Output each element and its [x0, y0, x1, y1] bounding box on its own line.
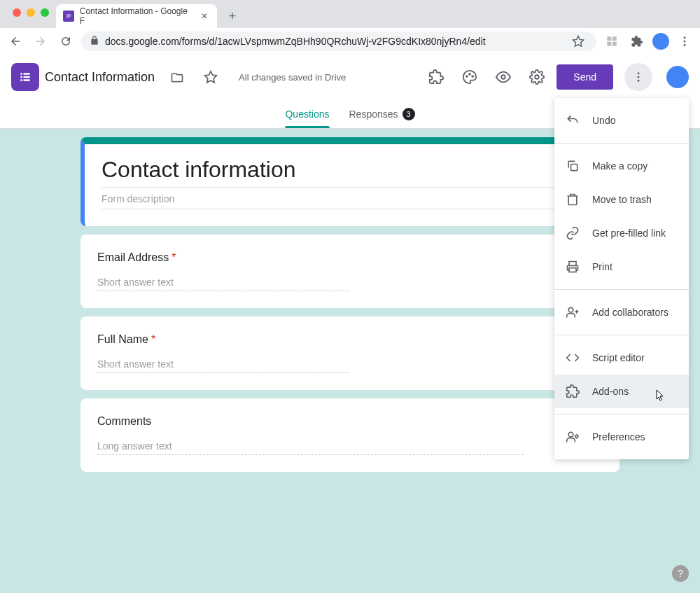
chrome-menu-icon[interactable] — [675, 32, 694, 51]
help-button[interactable]: ? — [672, 565, 689, 582]
required-asterisk: * — [172, 251, 176, 263]
save-status: All changes saved in Drive — [239, 72, 346, 83]
svg-rect-0 — [66, 15, 71, 15]
add-person-icon — [566, 305, 580, 319]
tab-strip: Contact Information - Google F ✕ + — [0, 0, 700, 28]
preferences-icon — [566, 430, 580, 444]
svg-rect-1 — [66, 16, 71, 17]
menu-divider — [554, 414, 689, 414]
question-label[interactable]: Comments — [97, 415, 603, 428]
window-controls — [8, 0, 56, 17]
question-card[interactable]: Comments Long answer text — [80, 398, 620, 472]
tab-responses[interactable]: Responses 3 — [349, 99, 415, 128]
browser-tab[interactable]: Contact Information - Google F ✕ — [56, 4, 217, 28]
svg-rect-11 — [24, 73, 30, 75]
print-icon — [566, 260, 580, 274]
tab-responses-label: Responses — [349, 109, 398, 120]
reload-button[interactable] — [56, 32, 76, 51]
close-tab-icon[interactable]: ✕ — [199, 11, 210, 22]
form-description-input[interactable]: Form description — [102, 193, 603, 209]
move-to-folder-icon[interactable] — [163, 63, 191, 91]
account-avatar[interactable] — [666, 66, 689, 88]
url-actions — [568, 32, 588, 51]
back-button[interactable] — [6, 32, 25, 51]
forward-button[interactable] — [31, 32, 50, 51]
more-menu-button[interactable] — [624, 63, 652, 91]
svg-point-23 — [638, 80, 640, 82]
question-label[interactable]: Full Name* — [97, 333, 603, 346]
extensions-icon[interactable] — [627, 32, 647, 51]
svg-rect-13 — [24, 76, 30, 78]
question-card[interactable]: Full Name* Short answer text — [80, 316, 620, 390]
lock-icon — [90, 36, 99, 48]
browser-chrome: Contact Information - Google F ✕ + docs.… — [0, 0, 700, 55]
svg-rect-4 — [612, 36, 617, 41]
svg-rect-12 — [20, 76, 22, 78]
svg-point-21 — [638, 72, 640, 74]
share-extension-icon[interactable] — [602, 32, 622, 51]
svg-point-8 — [684, 41, 686, 43]
svg-rect-6 — [612, 42, 617, 46]
svg-rect-14 — [20, 79, 22, 81]
question-card[interactable]: Email Address* Short answer text — [80, 235, 620, 308]
svg-point-18 — [472, 76, 474, 77]
required-asterisk: * — [151, 333, 155, 345]
addons-icon[interactable] — [422, 63, 450, 91]
preview-icon[interactable] — [489, 63, 517, 91]
code-icon — [566, 351, 580, 365]
addon-puzzle-icon — [566, 384, 580, 398]
svg-point-27 — [568, 432, 573, 437]
form-title-card[interactable]: Contact information Form description — [80, 137, 620, 226]
svg-point-7 — [684, 36, 686, 39]
menu-undo[interactable]: Undo — [554, 104, 689, 137]
svg-rect-5 — [607, 42, 611, 46]
svg-point-22 — [638, 76, 640, 78]
menu-move-trash[interactable]: Move to trash — [554, 183, 689, 216]
link-icon — [566, 226, 580, 240]
star-icon[interactable] — [197, 63, 225, 91]
svg-rect-3 — [607, 36, 611, 41]
svg-point-16 — [466, 76, 468, 77]
palette-icon[interactable] — [456, 63, 484, 91]
menu-prefilled-link[interactable]: Get pre-filled link — [554, 216, 689, 250]
menu-print[interactable]: Print — [554, 250, 689, 284]
maximize-window-button[interactable] — [41, 8, 49, 17]
svg-point-20 — [536, 75, 540, 79]
menu-divider — [554, 143, 689, 144]
profile-avatar-small[interactable] — [652, 33, 669, 50]
menu-make-copy[interactable]: Make a copy — [554, 149, 689, 183]
svg-point-9 — [684, 44, 686, 46]
answer-placeholder: Long answer text — [97, 440, 524, 455]
bookmark-star-icon[interactable] — [568, 32, 588, 51]
svg-rect-25 — [569, 268, 576, 272]
more-menu-dropdown: Undo Make a copy Move to trash Get pre-f… — [554, 98, 689, 459]
form-title[interactable]: Contact Information — [45, 70, 155, 85]
menu-addons[interactable]: Add-ons — [554, 375, 689, 408]
url-text: docs.google.com/forms/d/1acwLVspmwmZqBHh… — [105, 36, 486, 47]
url-field[interactable]: docs.google.com/forms/d/1acwLVspmwmZqBHh… — [81, 32, 596, 51]
svg-point-28 — [575, 435, 578, 438]
settings-gear-icon[interactable] — [523, 63, 551, 91]
close-window-button[interactable] — [13, 8, 21, 17]
form-title-input[interactable]: Contact information — [102, 157, 603, 188]
answer-placeholder: Short answer text — [97, 277, 349, 291]
svg-rect-10 — [20, 73, 22, 75]
svg-point-17 — [469, 74, 470, 75]
new-tab-button[interactable]: + — [223, 6, 242, 26]
menu-divider — [554, 335, 689, 335]
send-button[interactable]: Send — [556, 64, 613, 90]
question-label[interactable]: Email Address* — [97, 251, 603, 264]
minimize-window-button[interactable] — [27, 8, 35, 17]
undo-icon — [566, 113, 580, 127]
menu-divider — [554, 289, 689, 290]
forms-logo[interactable] — [11, 63, 39, 91]
responses-count-badge: 3 — [402, 108, 415, 120]
address-bar: docs.google.com/forms/d/1acwLVspmwmZqBHh… — [0, 28, 700, 55]
menu-script-editor[interactable]: Script editor — [554, 341, 689, 375]
menu-preferences[interactable]: Preferences — [554, 420, 689, 454]
tab-questions[interactable]: Questions — [285, 99, 329, 128]
menu-add-collaborators[interactable]: Add collaborators — [554, 295, 689, 329]
svg-rect-15 — [24, 79, 30, 81]
forms-favicon — [63, 11, 74, 22]
answer-placeholder: Short answer text — [97, 358, 349, 373]
